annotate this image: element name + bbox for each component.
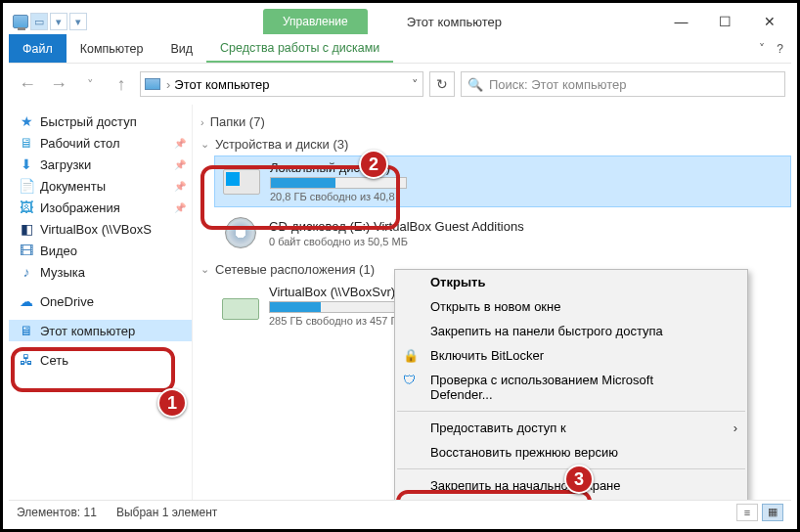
music-icon: ♪ — [19, 264, 34, 280]
address-pc-icon — [145, 78, 160, 90]
cd-icon — [220, 215, 261, 250]
sidebar-label: Сеть — [40, 353, 68, 368]
search-icon: 🔍 — [467, 77, 483, 92]
sidebar-label: Загрузки — [40, 157, 91, 172]
annotation-bubble-2: 2 — [359, 150, 388, 179]
drive-sub: 0 байт свободно из 50,5 МБ — [269, 236, 524, 247]
search-box[interactable]: 🔍 Поиск: Этот компьютер — [461, 71, 785, 97]
sidebar-videos[interactable]: 🎞Видео — [9, 240, 192, 261]
pictures-icon: 🖼 — [19, 200, 34, 215]
sidebar-label: OneDrive — [40, 294, 94, 309]
ctx-restore[interactable]: Восстановить прежнюю версию — [395, 440, 747, 465]
qat-customize-icon[interactable]: ▾ — [69, 13, 87, 30]
group-devices[interactable]: ⌄Устройства и диски (3) — [193, 133, 791, 155]
status-item-count: Элементов: 11 — [17, 506, 97, 519]
breadcrumb-location[interactable]: Этот компьютер — [174, 77, 269, 92]
qat-new-folder-icon[interactable]: ▾ — [50, 13, 67, 30]
sidebar-label: Документы — [40, 179, 106, 194]
sidebar-onedrive[interactable]: ☁OneDrive — [9, 290, 192, 312]
group-label: Папки (7) — [210, 114, 265, 129]
ctx-open[interactable]: Открыть — [395, 270, 747, 294]
group-label: Устройства и диски (3) — [215, 137, 348, 152]
context-menu: Открыть Открыть в новом окне Закрепить н… — [394, 269, 748, 500]
tab-file[interactable]: Файл — [9, 34, 67, 63]
navigation-pane: ★Быстрый доступ 🖥Рабочий стол ⬇Загрузки … — [9, 105, 193, 500]
sidebar-documents[interactable]: 📄Документы — [9, 175, 192, 197]
downloads-icon: ⬇ — [19, 156, 34, 172]
tab-computer[interactable]: Компьютер — [67, 34, 157, 63]
chevron-right-icon: › — [200, 116, 204, 128]
network-icon: 🖧 — [19, 352, 34, 368]
disk-icon — [221, 164, 262, 200]
bitlocker-icon: 🔒 — [403, 348, 419, 364]
sidebar-label: VirtualBox (\\VBoxS — [40, 222, 152, 237]
sidebar-pictures[interactable]: 🖼Изображения — [9, 197, 192, 218]
virtualbox-icon: ◧ — [19, 221, 34, 237]
sidebar-network[interactable]: 🖧Сеть — [9, 349, 192, 371]
view-tiles-button[interactable]: ▦ — [762, 504, 783, 521]
sidebar-downloads[interactable]: ⬇Загрузки — [9, 154, 192, 175]
refresh-button[interactable]: ↻ — [429, 71, 455, 97]
sidebar-label: Этот компьютер — [40, 324, 135, 338]
drive-c[interactable]: Локальный диск (C:) 20,8 ГБ свободно из … — [214, 155, 791, 207]
annotation-bubble-1: 1 — [157, 388, 187, 418]
qat-properties-icon[interactable]: ▭ — [30, 13, 48, 30]
defender-shield-icon: 🛡 — [403, 373, 419, 388]
status-selection: Выбран 1 элемент — [116, 506, 217, 519]
nav-row: ← → ˅ ↑ › Этот компьютер ˅ ↻ 🔍 Поиск: Эт… — [9, 64, 791, 105]
group-folders[interactable]: ›Папки (7) — [193, 111, 791, 133]
sidebar-label: Изображения — [40, 200, 120, 215]
network-disk-icon — [220, 288, 261, 324]
ribbon-tabs: Файл Компьютер Вид Средства работы с дис… — [9, 34, 791, 64]
back-button[interactable]: ← — [15, 71, 40, 97]
onedrive-icon: ☁ — [19, 293, 34, 309]
ctx-label: Включить BitLocker — [430, 348, 544, 363]
sidebar-this-pc[interactable]: 🖥Этот компьютер — [9, 320, 192, 341]
sidebar-music[interactable]: ♪Музыка — [9, 261, 192, 283]
ribbon-contextual-label: Управление — [263, 9, 368, 34]
ctx-open-new-window[interactable]: Открыть в новом окне — [395, 294, 747, 319]
address-dropdown-icon[interactable]: ˅ — [412, 77, 419, 92]
tab-view[interactable]: Вид — [156, 34, 206, 63]
pc-icon: 🖥 — [19, 323, 34, 338]
search-placeholder: Поиск: Этот компьютер — [489, 77, 626, 92]
sidebar-label: Рабочий стол — [40, 136, 120, 151]
view-details-button[interactable]: ≡ — [736, 504, 758, 521]
maximize-button[interactable]: ☐ — [703, 9, 747, 34]
ctx-pin-quick-access[interactable]: Закрепить на панели быстрого доступа — [395, 319, 747, 343]
drive-e[interactable]: CD-дисковод (E:) VirtualBox Guest Additi… — [214, 211, 791, 254]
drive-sub: 20,8 ГБ свободно из 40,8 — [270, 191, 407, 202]
minimize-button[interactable]: — — [659, 9, 703, 34]
ribbon-help-icon[interactable]: ? — [777, 42, 783, 56]
title-bar: ▭ ▾ ▾ Управление Этот компьютер — ☐ ✕ — [9, 9, 791, 34]
sidebar-label: Музыка — [40, 265, 85, 280]
chevron-down-icon: ⌄ — [200, 138, 209, 151]
sidebar-label: Быстрый доступ — [40, 114, 137, 129]
videos-icon: 🎞 — [19, 243, 34, 258]
breadcrumb-separator: › — [166, 77, 170, 92]
system-menu-icon[interactable] — [13, 15, 28, 28]
drive-name: CD-дисковод (E:) VirtualBox Guest Additi… — [269, 219, 524, 234]
status-bar: Элементов: 11 Выбран 1 элемент ≡ ▦ — [9, 500, 791, 523]
ctx-bitlocker[interactable]: 🔒Включить BitLocker — [395, 343, 747, 368]
desktop-icon: 🖥 — [19, 135, 34, 151]
submenu-arrow-icon: › — [733, 421, 737, 435]
tab-disk-tools[interactable]: Средства работы с дисками — [206, 34, 393, 63]
capacity-bar — [269, 301, 406, 313]
address-bar[interactable]: › Этот компьютер ˅ — [140, 71, 423, 97]
ribbon-expand-icon[interactable]: ˅ — [759, 42, 765, 56]
ctx-share[interactable]: Предоставить доступ к› — [395, 416, 747, 440]
capacity-bar — [270, 177, 407, 189]
star-icon: ★ — [19, 113, 34, 129]
history-dropdown[interactable]: ˅ — [77, 71, 103, 97]
up-button[interactable]: ↑ — [109, 71, 134, 97]
ctx-defender[interactable]: 🛡Проверка с использованием Microsoft Def… — [395, 368, 747, 407]
sidebar-label: Видео — [40, 244, 77, 258]
sidebar-desktop[interactable]: 🖥Рабочий стол — [9, 132, 192, 154]
sidebar-virtualbox[interactable]: ◧VirtualBox (\\VBoxS — [9, 218, 192, 240]
forward-button[interactable]: → — [46, 71, 71, 97]
close-button[interactable]: ✕ — [747, 9, 791, 34]
ctx-label: Проверка с использованием Microsoft Defe… — [430, 373, 653, 402]
ctx-separator — [397, 411, 745, 412]
sidebar-quick-access[interactable]: ★Быстрый доступ — [9, 111, 192, 132]
